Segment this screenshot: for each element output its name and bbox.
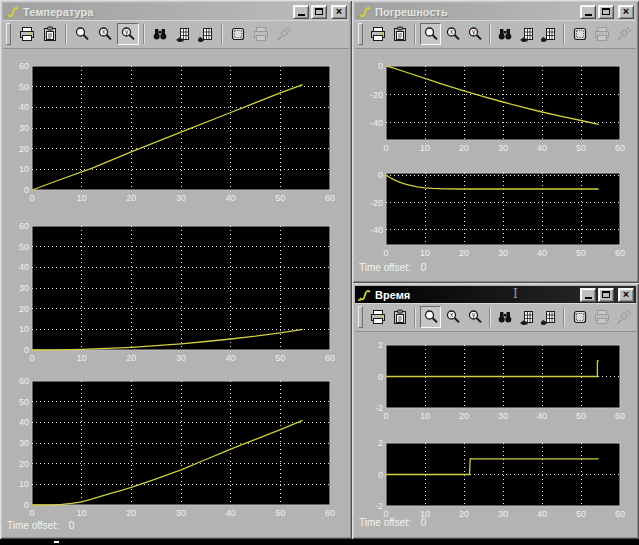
magnifier-icon	[74, 26, 90, 42]
minimize-button[interactable]	[580, 5, 596, 19]
minimize-button[interactable]	[580, 288, 596, 302]
svg-text:40: 40	[19, 417, 29, 427]
titlebar[interactable]: Время I ×	[355, 286, 636, 303]
autoscale-button[interactable]	[149, 23, 171, 45]
time-offset-label: Time offset:	[359, 262, 411, 273]
maximize-button[interactable]	[311, 5, 327, 19]
restore-axes-button[interactable]	[539, 23, 560, 45]
copy-button[interactable]	[390, 306, 411, 328]
svg-text:0: 0	[383, 143, 388, 153]
scope-window-time: Время I × xy 0102030405060-202 010203040…	[352, 283, 639, 539]
svg-text:60: 60	[19, 221, 29, 231]
svg-text:40: 40	[226, 508, 236, 518]
save-axes-icon	[519, 309, 535, 325]
magnifier-icon	[423, 309, 439, 325]
save-axes-button[interactable]	[517, 306, 538, 328]
time-offset-value: 0	[421, 262, 427, 273]
titlebar[interactable]: Температура ×	[3, 3, 349, 20]
window-title: Время	[375, 289, 410, 301]
maximize-icon	[602, 8, 610, 15]
svg-text:2: 2	[378, 340, 383, 350]
svg-text:30: 30	[19, 438, 29, 448]
copy-button[interactable]	[390, 23, 411, 45]
signal-selection-button[interactable]	[613, 23, 634, 45]
toolbar-separator	[143, 24, 145, 44]
zoom-button[interactable]	[71, 23, 93, 45]
zoom-button[interactable]	[420, 23, 441, 45]
magnifier-x-icon: x	[445, 26, 461, 42]
svg-text:10: 10	[19, 324, 29, 334]
svg-text:40: 40	[537, 509, 547, 519]
plot-error-2[interactable]: 0102030405060-40-200	[353, 165, 633, 260]
window-title: Погрешность	[375, 6, 448, 18]
save-axes-button[interactable]	[172, 23, 194, 45]
autoscale-button[interactable]	[495, 23, 516, 45]
svg-text:10: 10	[77, 508, 87, 518]
plot-temperature-2[interactable]: 01020304050600102030405060	[0, 218, 344, 366]
close-button[interactable]: ×	[331, 5, 347, 19]
binoculars-icon	[152, 26, 168, 42]
maximize-button[interactable]	[598, 288, 614, 302]
svg-text:30: 30	[19, 283, 29, 293]
toolbar-separator	[563, 307, 565, 327]
close-button[interactable]: ×	[618, 5, 634, 19]
lock-axes-button[interactable]	[591, 306, 612, 328]
svg-text:20: 20	[126, 508, 136, 518]
copy-button[interactable]	[39, 23, 61, 45]
window-controls: ×	[293, 5, 347, 19]
toolbar: xy	[355, 20, 636, 49]
toolbar-grip[interactable]	[358, 23, 363, 45]
close-button[interactable]: ×	[618, 288, 634, 302]
svg-text:10: 10	[77, 193, 87, 203]
plot-temperature-1[interactable]: 01020304050600102030405060	[0, 58, 344, 206]
floating-scope-button[interactable]	[227, 23, 249, 45]
print-button[interactable]	[368, 306, 389, 328]
autoscale-button[interactable]	[495, 306, 516, 328]
printer-icon	[370, 309, 386, 325]
minimize-button[interactable]	[293, 5, 309, 19]
printer-icon	[370, 26, 386, 42]
toolbar-grip[interactable]	[358, 306, 363, 328]
plot-error-1[interactable]: 0102030405060-40-200	[353, 58, 633, 155]
lock-axes-button[interactable]	[250, 23, 272, 45]
restore-axes-button[interactable]	[195, 23, 217, 45]
toolbar-separator	[65, 24, 67, 44]
zoom-button[interactable]	[420, 306, 441, 328]
floating-scope-button[interactable]	[569, 306, 590, 328]
maximize-icon	[602, 291, 610, 298]
zoom-x-button[interactable]: x	[94, 23, 116, 45]
signal-icon	[616, 309, 632, 325]
maximize-button[interactable]	[598, 5, 614, 19]
toolbar-separator	[221, 24, 223, 44]
floating-scope-button[interactable]	[569, 23, 590, 45]
window-controls: ×	[580, 5, 634, 19]
svg-text:60: 60	[325, 193, 335, 203]
svg-text:50: 50	[275, 508, 285, 518]
svg-text:-40: -40	[370, 118, 383, 128]
toolbar-grip[interactable]	[6, 23, 11, 45]
zoom-x-button[interactable]: x	[442, 23, 463, 45]
clipboard-icon	[392, 26, 408, 42]
zoom-y-button[interactable]: y	[117, 23, 139, 45]
minimize-icon	[585, 297, 592, 299]
zoom-x-button[interactable]: x	[442, 306, 463, 328]
lock-axes-button[interactable]	[591, 23, 612, 45]
print-button[interactable]	[16, 23, 38, 45]
titlebar[interactable]: Погрешность ×	[355, 3, 636, 20]
zoom-y-button[interactable]: y	[464, 306, 485, 328]
signal-selection-button[interactable]	[613, 306, 634, 328]
print-button[interactable]	[368, 23, 389, 45]
svg-text:10: 10	[77, 353, 87, 363]
save-axes-button[interactable]	[517, 23, 538, 45]
time-offset-label: Time offset:	[7, 520, 59, 531]
plot-time-2[interactable]: 0102030405060-202	[353, 435, 633, 521]
signal-selection-button[interactable]	[273, 23, 295, 45]
zoom-y-button[interactable]: y	[464, 23, 485, 45]
restore-axes-button[interactable]	[539, 306, 560, 328]
plot-temperature-3[interactable]: 01020304050600102030405060	[0, 373, 344, 521]
svg-text:-20: -20	[370, 90, 383, 100]
svg-text:0: 0	[29, 193, 34, 203]
toolbar-separator	[414, 307, 416, 327]
svg-text:40: 40	[537, 143, 547, 153]
plot-time-1[interactable]: 0102030405060-202	[353, 337, 633, 423]
